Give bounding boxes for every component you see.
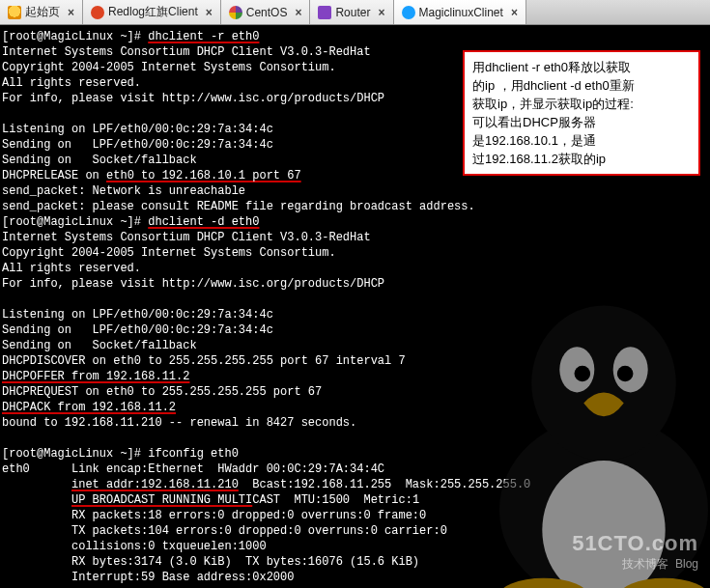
note-line: 用dhclient -r eth0释放以获取 [472, 58, 691, 76]
tab-redlog[interactable]: Redlog红旗Client× [83, 0, 221, 24]
annotation-box: 用dhclient -r eth0释放以获取 的ip ，用dhclient -d… [463, 50, 700, 176]
centos-icon [229, 6, 242, 19]
note-line: 过192.168.11.2获取的ip [472, 150, 691, 168]
note-line: 可以看出DHCP服务器 [472, 113, 691, 131]
tab-magiclinux[interactable]: MagiclinuxClinet× [394, 0, 526, 24]
redflag-icon [91, 6, 104, 19]
watermark-tag: Blog [675, 557, 698, 571]
router-icon [318, 6, 331, 19]
magic-icon [402, 6, 415, 19]
tab-label: MagiclinuxClinet [419, 6, 503, 19]
svg-point-1 [531, 305, 676, 461]
close-icon[interactable]: × [68, 6, 74, 19]
tab-label: Redlog红旗Client [108, 4, 198, 20]
note-line: 获取ip，并显示获取ip的过程: [472, 95, 691, 113]
tab-label: Router [335, 6, 370, 19]
close-icon[interactable]: × [511, 6, 518, 19]
tab-label: CentOS [246, 6, 288, 19]
home-icon [8, 6, 21, 19]
close-icon[interactable]: × [295, 6, 301, 19]
watermark-text: 技术博客 [622, 557, 668, 571]
tab-router[interactable]: Router× [310, 0, 393, 24]
tab-label: 起始页 [25, 4, 60, 20]
tab-centos[interactable]: CentOS× [221, 0, 311, 24]
note-line: 的ip ，用dhclient -d eth0重新 [472, 76, 691, 95]
svg-point-5 [575, 366, 591, 382]
close-icon[interactable]: × [378, 6, 384, 19]
tab-bar: 起始页× Redlog红旗Client× CentOS× Router× Mag… [0, 0, 710, 25]
note-line: 是192.168.10.1，是通 [472, 131, 691, 150]
watermark-domain: 51CTO.com [572, 531, 698, 556]
watermark: 51CTO.com 技术博客 Blog [572, 531, 698, 573]
tab-start-page[interactable]: 起始页× [0, 0, 83, 24]
close-icon[interactable]: × [206, 6, 213, 19]
svg-point-6 [617, 366, 634, 382]
